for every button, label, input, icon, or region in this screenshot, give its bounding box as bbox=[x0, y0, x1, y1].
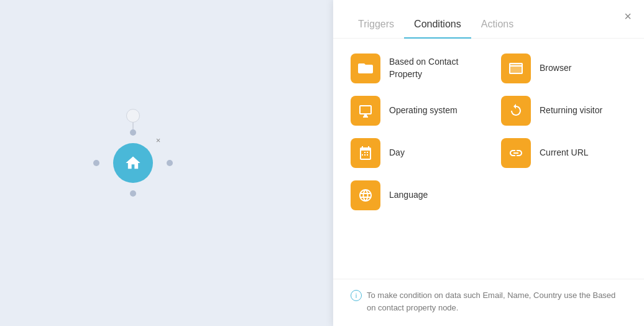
based-on-contact-icon-bg bbox=[351, 54, 380, 83]
canvas-area: × bbox=[0, 0, 333, 326]
folder-icon bbox=[358, 61, 373, 76]
panel-close-button[interactable]: × bbox=[624, 10, 632, 22]
language-icon-bg bbox=[351, 180, 380, 210]
day-icon-bg bbox=[351, 138, 380, 168]
returning-visitor-icon-bg bbox=[501, 96, 531, 126]
connector-dot-left bbox=[93, 160, 99, 166]
based-on-contact-label: Based on Contact Property bbox=[389, 56, 476, 80]
current-url-icon-bg bbox=[501, 138, 531, 168]
operating-system-label: Operating system bbox=[389, 105, 458, 117]
svg-rect-0 bbox=[509, 63, 523, 74]
condition-current-url[interactable]: Current URL bbox=[501, 138, 627, 168]
panel-footer: i To make condition on data such Email, … bbox=[333, 279, 644, 326]
tab-actions[interactable]: Actions bbox=[471, 11, 523, 39]
panel-body: Based on Contact Property Browser bbox=[333, 39, 644, 279]
condition-day[interactable]: Day bbox=[351, 138, 476, 168]
condition-browser[interactable]: Browser bbox=[501, 54, 627, 83]
tab-conditions[interactable]: Conditions bbox=[404, 11, 471, 39]
tab-triggers[interactable]: Triggers bbox=[348, 11, 404, 39]
condition-based-on-contact[interactable]: Based on Contact Property bbox=[351, 54, 476, 83]
node-container: × bbox=[113, 143, 153, 183]
connector-dot-top bbox=[130, 129, 136, 136]
condition-language[interactable]: Language bbox=[351, 180, 476, 210]
current-url-label: Current URL bbox=[540, 147, 589, 159]
info-icon: i bbox=[351, 290, 362, 301]
day-label: Day bbox=[389, 147, 405, 159]
home-icon bbox=[124, 154, 142, 172]
browser-label: Browser bbox=[540, 62, 571, 75]
returning-visitor-label: Returning visitor bbox=[540, 105, 602, 117]
browser-icon-bg bbox=[501, 54, 531, 83]
conditions-panel: Triggers Conditions Actions × Based on C… bbox=[333, 0, 644, 326]
home-node[interactable] bbox=[113, 143, 153, 183]
language-label: Language bbox=[389, 189, 428, 202]
footer-note-text: To make condition on data such Email, Na… bbox=[367, 289, 627, 314]
operating-system-icon-bg bbox=[351, 96, 380, 126]
condition-operating-system[interactable]: Operating system bbox=[351, 96, 476, 126]
link-icon bbox=[508, 146, 523, 161]
footer-note: i To make condition on data such Email, … bbox=[351, 289, 627, 314]
calendar-icon bbox=[358, 146, 373, 161]
connector-dot-bottom bbox=[130, 190, 136, 197]
panel-header: Triggers Conditions Actions bbox=[333, 0, 644, 39]
node-close-button[interactable]: × bbox=[156, 136, 161, 145]
balloon-indicator bbox=[126, 109, 140, 123]
globe-icon bbox=[358, 188, 373, 203]
conditions-grid: Based on Contact Property Browser bbox=[351, 54, 627, 210]
monitor-icon bbox=[358, 103, 373, 118]
browser-icon bbox=[508, 61, 523, 76]
refresh-icon bbox=[508, 103, 523, 118]
condition-returning-visitor[interactable]: Returning visitor bbox=[501, 96, 627, 126]
connector-dot-right bbox=[167, 160, 173, 166]
